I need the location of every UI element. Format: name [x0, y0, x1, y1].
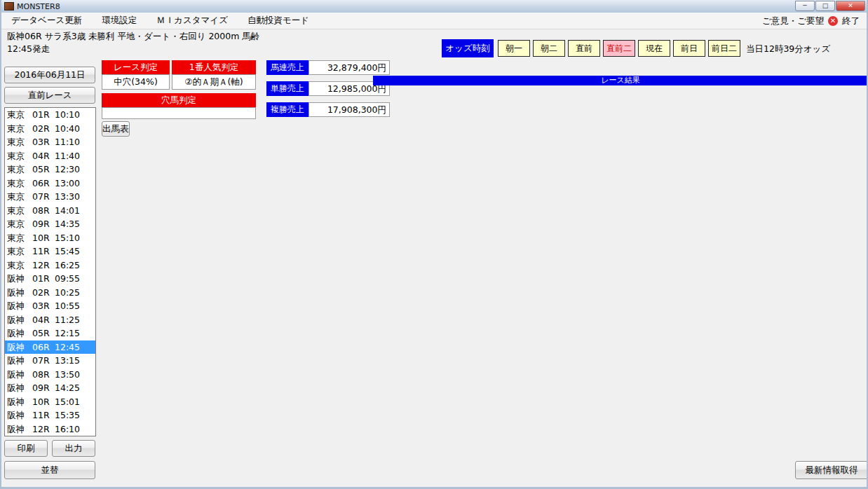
race-time: 15:10 [55, 231, 95, 245]
race-time: 10:55 [55, 299, 95, 313]
race-venue: 阪神 [7, 326, 32, 340]
race-list-item[interactable]: 阪神12R16:10 [5, 422, 95, 436]
sales-panel: 馬連売上32,879,400円単勝売上12,985,000円複勝売上17,908… [266, 60, 390, 123]
race-venue: 東京 [7, 204, 32, 218]
race-number: 06R [32, 340, 55, 354]
race-venue: 東京 [7, 259, 32, 273]
race-number: 05R [32, 163, 55, 177]
minimize-button[interactable]: ─ [795, 1, 815, 11]
race-venue: 東京 [7, 245, 32, 259]
race-time: 10:25 [55, 286, 95, 300]
race-venue: 東京 [7, 135, 32, 149]
race-time: 11:10 [55, 135, 95, 149]
view-button-0[interactable]: 出馬表 [102, 121, 130, 137]
race-list-item[interactable]: 阪神04R11:25 [5, 313, 95, 327]
menu-item[interactable]: ＭＩカスタマイズ [147, 15, 238, 27]
race-time: 13:50 [55, 368, 95, 382]
sales-row: 馬連売上32,879,400円 [266, 60, 390, 75]
race-number: 12R [32, 259, 55, 273]
race-time: 13:15 [55, 354, 95, 368]
race-time: 13:30 [55, 190, 95, 204]
date-button[interactable]: 2016年06月11日 [4, 67, 95, 83]
race-list-item[interactable]: 東京08R14:01 [5, 204, 95, 218]
print-button[interactable]: 印刷 [4, 440, 48, 457]
race-result-title: レース結果 [373, 76, 868, 85]
race-venue: 東京 [7, 190, 32, 204]
race-number: 03R [32, 299, 55, 313]
race-number: 07R [32, 190, 55, 204]
odds-time-buttons: 朝一朝二直前直前二現在前日前日二 [498, 40, 740, 57]
odds-time-button[interactable]: 前日二 [708, 40, 740, 57]
race-time: 10:40 [55, 122, 95, 136]
race-list-item[interactable]: 阪神02R10:25 [5, 286, 95, 300]
odds-time-button[interactable]: 朝二 [533, 40, 565, 57]
race-venue: 東京 [7, 231, 32, 245]
title-bar: MONSTER8 ─ □ ✕ [1, 0, 867, 13]
race-list-item[interactable]: 東京12R16:25 [5, 259, 95, 273]
race-list-item[interactable]: 阪神10R15:01 [5, 395, 95, 409]
race-list-item[interactable]: 阪神01R09:55 [5, 272, 95, 286]
race-list-item[interactable]: 東京07R13:30 [5, 190, 95, 204]
race-list-item[interactable]: 東京01R10:10 [5, 108, 95, 122]
race-time: 13:00 [55, 177, 95, 191]
race-venue: 阪神 [7, 313, 32, 327]
darkhorse-judgement-value [102, 107, 256, 119]
race-list-item[interactable]: 東京06R13:00 [5, 177, 95, 191]
darkhorse-judgement-label: 穴馬判定 [102, 93, 256, 107]
menu-bar-items: データベース更新環境設定ＭＩカスタマイズ自動投資モード [1, 15, 319, 27]
race-number: 01R [32, 272, 55, 286]
race-list-item[interactable]: 阪神03R10:55 [5, 299, 95, 313]
race-list-item[interactable]: 東京02R10:40 [5, 122, 95, 136]
race-time: 12:45 [55, 340, 95, 354]
race-list-item[interactable]: 東京05R12:30 [5, 163, 95, 177]
race-time: 16:25 [55, 259, 95, 273]
race-list-item[interactable]: 阪神05R12:15 [5, 326, 95, 340]
favorite-judgement-value: ②的Ａ期Ａ(軸) [172, 74, 256, 90]
menu-item[interactable]: 環境設定 [92, 15, 147, 27]
odds-time-button[interactable]: 朝一 [498, 40, 530, 57]
race-time: 11:25 [55, 313, 95, 327]
menu-item[interactable]: データベース更新 [1, 15, 92, 27]
odds-time-button[interactable]: 前日 [673, 40, 705, 57]
window-title: MONSTER8 [17, 2, 60, 11]
maximize-button[interactable]: □ [815, 1, 835, 11]
race-number: 09R [32, 217, 55, 231]
race-venue: 阪神 [7, 299, 32, 313]
close-button[interactable]: ✕ [836, 1, 865, 11]
race-venue: 東京 [7, 163, 32, 177]
odds-time-button[interactable]: 直前二 [603, 40, 635, 57]
race-list-item[interactable]: 阪神08R13:50 [5, 368, 95, 382]
race-number: 07R [32, 354, 55, 368]
exit-link[interactable]: 終了 [842, 15, 860, 27]
race-info-line1: 阪神06R サラ系3歳 未勝利 平地・ダート・右回り 2000m 馬齢 [7, 31, 259, 43]
race-venue: 東京 [7, 108, 32, 122]
race-list-item[interactable]: 東京03R11:10 [5, 135, 95, 149]
race-number: 09R [32, 381, 55, 395]
race-number: 01R [32, 108, 55, 122]
race-number: 10R [32, 395, 55, 409]
race-number: 03R [32, 135, 55, 149]
exit-icon[interactable]: ✕ [828, 16, 838, 26]
race-number: 12R [32, 422, 55, 436]
odds-time-button[interactable]: 直前 [568, 40, 600, 57]
race-venue: 阪神 [7, 368, 32, 382]
race-time: 14:35 [55, 217, 95, 231]
race-list-item[interactable]: 阪神11R15:35 [5, 408, 95, 422]
sales-label: 単勝売上 [266, 81, 308, 96]
refresh-button[interactable]: 最新情報取得 [795, 461, 868, 479]
race-list-item[interactable]: 阪神06R12:45 [5, 340, 95, 354]
race-list-item[interactable]: 阪神09R14:25 [5, 381, 95, 395]
race-number: 04R [32, 313, 55, 327]
race-list-item[interactable]: 東京09R14:35 [5, 217, 95, 231]
output-button[interactable]: 出力 [52, 440, 95, 457]
race-list-item[interactable]: 東京04R11:40 [5, 149, 95, 163]
odds-time-button[interactable]: 現在 [638, 40, 670, 57]
race-list-item[interactable]: 東京10R15:10 [5, 231, 95, 245]
view-buttons: 出馬表 [102, 121, 130, 137]
sort-button[interactable]: 並替 [4, 461, 95, 479]
recent-race-button[interactable]: 直前レース [4, 87, 95, 104]
menu-item[interactable]: 自動投資モード [238, 15, 319, 27]
feedback-link[interactable]: ご意見・ご要望 [762, 15, 824, 27]
race-list-item[interactable]: 阪神07R13:15 [5, 354, 95, 368]
race-list-item[interactable]: 東京11R15:45 [5, 245, 95, 259]
